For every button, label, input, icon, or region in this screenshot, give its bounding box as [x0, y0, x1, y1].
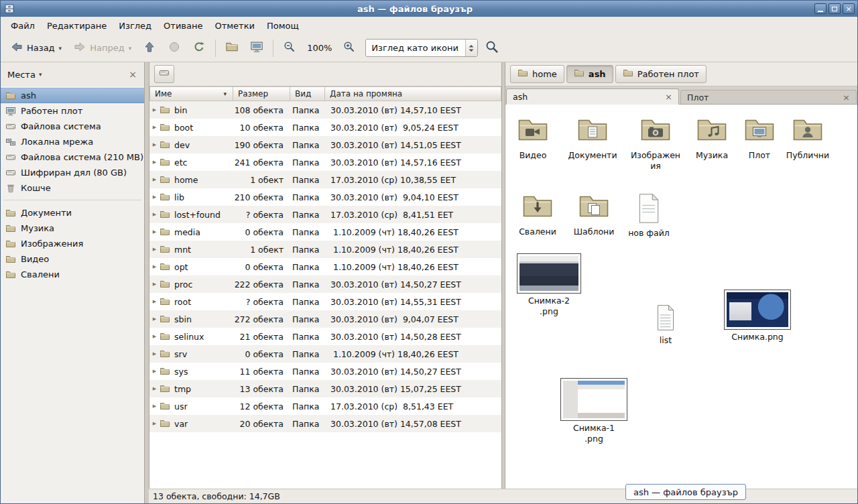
expander-icon[interactable]: ▶ [149, 142, 160, 147]
up-button[interactable] [138, 38, 161, 59]
expander-icon[interactable]: ▶ [149, 281, 160, 287]
table-row-root[interactable]: ▶root? обектаПапка30.03.2010 (вт) 14,55,… [149, 293, 501, 310]
sidebar-item-encrypted-80gb[interactable]: Шифриран дял (80 GB) [1, 165, 144, 180]
menu-go[interactable]: Отиване [158, 19, 208, 33]
table-row-sys[interactable]: ▶sys11 обектаПапка30.03.2010 (вт) 14,50,… [149, 363, 501, 380]
stop-button[interactable] [163, 38, 186, 59]
view-mode-select[interactable]: Изглед като икони [365, 39, 478, 57]
expander-icon[interactable]: ▶ [149, 334, 160, 339]
sidebar-item-local-network[interactable]: Локална мрежа [1, 134, 144, 149]
table-row-bin[interactable]: ▶bin108 обектаПапка30.03.2010 (вт) 14,57… [149, 101, 501, 119]
sidebar-item-filesystem-210mb[interactable]: Файлова система (210 MB) [1, 149, 144, 165]
minimize-button[interactable] [814, 3, 826, 14]
table-row-boot[interactable]: ▶boot10 обектаПапка30.03.2010 (вт) 9,05,… [149, 119, 501, 136]
expander-icon[interactable]: ▶ [149, 177, 160, 182]
reload-button[interactable] [188, 38, 210, 59]
computer-button[interactable] [245, 38, 268, 59]
icon-view-item-3[interactable]: Изображения [630, 114, 681, 171]
menu-bookmarks[interactable]: Отметки [208, 19, 260, 33]
expander-icon[interactable]: ▶ [149, 299, 160, 304]
expander-icon[interactable]: ▶ [149, 264, 160, 269]
column-header-date[interactable]: Дата на промяна [325, 86, 501, 101]
table-row-srv[interactable]: ▶srv0 обектаПапка 1.10.2009 (чт) 18,40,2… [149, 345, 501, 363]
expander-icon[interactable]: ▶ [149, 386, 160, 391]
places-list: ashРаботен плотФайлова системаЛокална мр… [1, 86, 144, 503]
table-row-proc[interactable]: ▶proc222 обектаПапка30.03.2010 (вт) 14,5… [149, 275, 501, 293]
menu-view[interactable]: Изглед [113, 19, 158, 33]
sidebar-item-pictures[interactable]: Изображения [1, 236, 144, 251]
column-header-name[interactable]: Име▾ [149, 86, 233, 101]
menu-help[interactable]: Помощ [261, 19, 305, 33]
table-row-tmp[interactable]: ▶tmp13 обектаПапка30.03.2010 (вт) 15,07,… [149, 380, 501, 397]
table-row-opt[interactable]: ▶opt0 обектаПапка 1.10.2009 (чт) 18,40,2… [149, 258, 501, 275]
icon-view-item-9[interactable]: нов файл [623, 193, 674, 239]
expander-icon[interactable]: ▶ [149, 247, 160, 252]
close-button[interactable]: × [843, 3, 855, 14]
zoom-in-button[interactable] [338, 38, 361, 59]
icon-view-item-7[interactable]: Свалени [511, 190, 564, 237]
menu-file[interactable]: Файл [5, 19, 41, 33]
table-row-mnt[interactable]: ▶mnt1 обектПапка 1.10.2009 (чт) 18,40,26… [149, 241, 501, 258]
icon-view-item-6[interactable]: Публични [780, 114, 835, 161]
table-row-lost+found[interactable]: ▶lost+found? обектаПапка17.03.2010 (ср) … [149, 206, 501, 223]
back-button[interactable]: Назад ▾ [5, 38, 66, 59]
icon-view-item-8[interactable]: Шаблони [567, 190, 621, 237]
expander-icon[interactable]: ▶ [149, 351, 160, 357]
tab-ash[interactable]: ash × [506, 88, 679, 105]
root-breadcrumb-button[interactable] [154, 65, 174, 83]
breadcrumb-desktop[interactable]: Работен плот [615, 65, 707, 83]
maximize-button[interactable] [829, 3, 841, 14]
expander-icon[interactable]: ▶ [149, 125, 160, 130]
sidebar-item-videos[interactable]: Видео [1, 251, 144, 267]
icon-view-item-12[interactable]: Снимка.png [721, 290, 794, 342]
expander-icon[interactable]: ▶ [149, 212, 160, 217]
table-row-sbin[interactable]: ▶sbin272 обектаПапка30.03.2010 (вт) 9,04… [149, 310, 501, 328]
table-row-lib[interactable]: ▶lib210 обектаПапка30.03.2010 (вт) 9,04,… [149, 188, 501, 206]
sidebar-item-desktop[interactable]: Работен плот [1, 103, 144, 119]
search-button[interactable] [480, 38, 504, 59]
expander-icon[interactable]: ▶ [149, 369, 160, 374]
table-row-selinux[interactable]: ▶selinux21 обектаПапка30.03.2010 (вт) 14… [149, 328, 501, 345]
expander-icon[interactable]: ▶ [149, 403, 160, 409]
icon-view-item-11[interactable]: list [646, 304, 685, 346]
breadcrumb-ash[interactable]: ash [566, 65, 613, 83]
menu-edit[interactable]: Редактиране [41, 19, 113, 33]
sidebar-item-filesystem[interactable]: Файлова система [1, 119, 144, 134]
column-header-size[interactable]: Размер [233, 86, 290, 101]
expander-icon[interactable]: ▶ [149, 316, 160, 322]
table-row-media[interactable]: ▶media0 обектаПапка 1.10.2009 (чт) 18,40… [149, 223, 501, 241]
table-row-var[interactable]: ▶var20 обектаПапка30.03.2010 (вт) 14,57,… [149, 415, 501, 432]
zoom-out-button[interactable] [278, 38, 301, 59]
icon-view-item-10[interactable]: Снимка-2.png [513, 253, 585, 316]
sidebar-item-ash[interactable]: ash [1, 88, 144, 103]
table-row-usr[interactable]: ▶usr12 обектаПапка17.03.2010 (ср) 8,51,4… [149, 397, 501, 415]
expander-icon[interactable]: ▶ [149, 421, 160, 426]
icon-view-item-1[interactable]: Видео [507, 114, 559, 161]
sidebar-item-documents[interactable]: Документи [1, 205, 144, 220]
column-header-type[interactable]: Вид [290, 86, 325, 101]
sidebar-item-music[interactable]: Музика [1, 220, 144, 236]
breadcrumb-home[interactable]: home [510, 65, 564, 83]
places-header[interactable]: Места ▾ × [1, 62, 144, 86]
icon-view-item-4[interactable]: Музика [685, 114, 739, 161]
expander-icon[interactable]: ▶ [149, 107, 160, 113]
icon-view-item-5[interactable]: Плот [740, 114, 779, 161]
expander-icon[interactable]: ▶ [149, 229, 160, 235]
forward-button[interactable]: Напред ▾ [68, 38, 136, 59]
image-thumbnail-store-icon [724, 290, 791, 330]
sidebar-item-downloads[interactable]: Свалени [1, 267, 144, 282]
spinner-arrows-icon[interactable] [465, 40, 477, 56]
table-row-etc[interactable]: ▶etc241 обектаПапка30.03.2010 (вт) 14,57… [149, 153, 501, 171]
table-row-dev[interactable]: ▶dev190 обектаПапка30.03.2010 (вт) 14,51… [149, 136, 501, 153]
sidebar-item-trash[interactable]: Кошче [1, 180, 144, 196]
close-tab-icon[interactable]: × [665, 92, 672, 102]
expander-icon[interactable]: ▶ [149, 194, 160, 200]
table-row-home[interactable]: ▶home1 обектПапка17.03.2010 (ср) 10,38,5… [149, 171, 501, 188]
close-tab-icon[interactable]: × [843, 92, 850, 103]
close-sidebar-button[interactable]: × [127, 69, 139, 80]
home-button[interactable] [221, 38, 243, 59]
tab-desktop[interactable]: Плот × [680, 90, 857, 104]
icon-view-item-13[interactable]: Снимка-1.png [558, 378, 630, 444]
icon-view-item-2[interactable]: Документи [562, 114, 623, 161]
expander-icon[interactable]: ▶ [149, 160, 160, 165]
